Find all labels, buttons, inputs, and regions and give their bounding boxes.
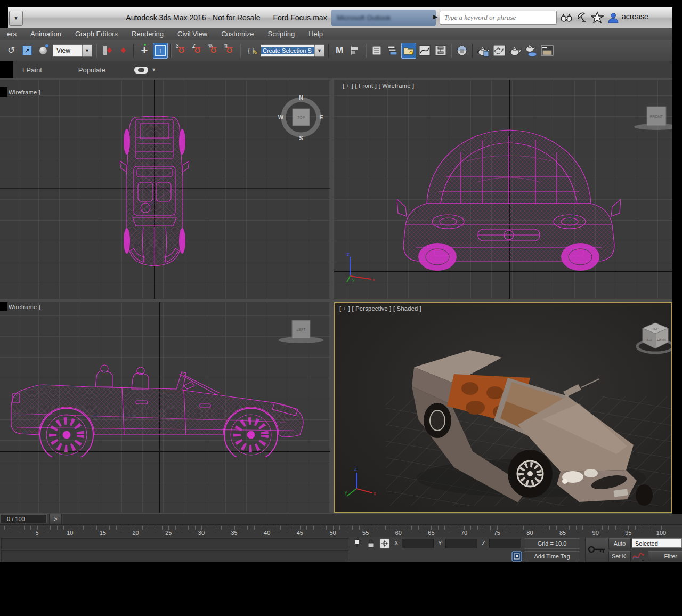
username-label[interactable]: acrease [622,12,648,21]
car-top-wireframe[interactable] [120,113,189,269]
reference-coordinate-dropdown[interactable]: View ▼ [53,44,92,57]
select-object-button[interactable]: ↑ [153,43,168,59]
snap-toggle-3d-button[interactable]: 3 Ω [174,43,189,59]
folder-icon [403,45,415,56]
select-and-manipulate-button[interactable] [100,43,115,59]
render-production-button[interactable] [508,43,523,59]
undo-scene-button[interactable]: ↺ [4,43,19,59]
rendered-frame-window-button[interactable] [492,43,507,59]
ribbon-tab-populate[interactable]: Populate [71,66,113,74]
viewport-front-label[interactable]: [ + ] [ Front ] [ Wireframe ] [343,83,414,89]
help-search-box[interactable] [440,11,557,25]
screen-clip-notch [0,302,7,311]
maxscript-mini-listener[interactable] [1,538,348,549]
main-toolbar: ↺ ↗ View ▼ + ↑ 3 Ω [0,40,672,61]
spinner-snap-toggle-button[interactable]: ⇅ Ω [222,43,237,59]
time-tag-window-icon[interactable] [512,551,522,562]
schematic-view-button[interactable] [433,43,448,59]
car-shaded-perspective[interactable] [403,345,670,510]
menu-item-graph-editors[interactable]: Graph Editors [68,28,125,39]
align-button[interactable] [348,43,363,59]
current-frame-display[interactable]: 0 / 100 [0,514,47,523]
viewport-top-label[interactable]: Wireframe ] [9,89,40,95]
layer-manager-button[interactable] [385,43,400,59]
title-bar: ▼ Autodesk 3ds Max 2016 - Not for Resale… [8,7,672,28]
pin-icon [45,44,48,47]
angle-snap-toggle-button[interactable]: ∠ Ω [190,43,205,59]
svg-text:FRONT: FRONT [650,115,663,118]
svg-text:TOP: TOP [652,327,659,330]
viewport-perspective[interactable]: TOP LEFT FRONT z x y [ + ] [ Perspective… [334,302,672,513]
add-time-tag-button[interactable]: Add Time Tag [525,551,579,562]
svg-text:TOP: TOP [297,116,305,119]
render-in-cloud-button[interactable] [524,43,539,59]
viewport-front[interactable]: FRONT z x y [ + ] [ Front ] [ Wireframe … [334,80,672,299]
magnet-icon: Ω [226,46,233,55]
search-input[interactable] [440,11,556,24]
named-selection-set-dropdown[interactable]: Create Selection S ▼ [261,44,324,57]
viewcube-front[interactable]: FRONT [632,100,672,132]
ribbon-tab-object-paint[interactable]: t Paint [15,66,50,74]
selection-lock-icon[interactable] [367,539,375,548]
viewport-left[interactable]: LEFT Wireframe ] [0,302,330,513]
favorites-star-icon[interactable] [591,11,604,24]
isolate-selection-icon[interactable] [353,539,361,548]
communication-center-icon[interactable] [576,11,589,24]
curve-editor-button[interactable] [417,43,432,59]
viewport-left-label[interactable]: Wireframe ] [9,304,40,310]
keyboard-shortcut-override-button[interactable] [116,43,131,59]
viewcube-left[interactable]: LEFT [277,313,325,345]
screen-clip-title-left [0,7,8,28]
z-coordinate-field[interactable] [489,539,521,548]
render-setup-button[interactable] [476,43,491,59]
selection-set-filter-dropdown[interactable]: Selected [632,538,682,548]
scene-explorer-button[interactable] [369,43,384,59]
menu-item-animation[interactable]: Animation [23,28,68,39]
time-slider-track[interactable] [63,514,682,524]
car-front-wireframe[interactable] [397,113,621,273]
unlink-selection-button[interactable] [36,43,51,59]
menu-item-help[interactable]: Help [302,28,330,39]
user-account-icon[interactable] [607,11,620,24]
menu-item-civil-view[interactable]: Civil View [170,28,214,39]
menu-item-scripting[interactable]: Scripting [261,28,302,39]
screen-clip-notch [0,61,13,78]
search-flyout-arrow-icon[interactable]: ▶ [433,13,437,20]
key-filters-button[interactable]: Filter [648,551,682,561]
viewport-perspective-label[interactable]: [ + ] [ Perspective ] [ Shaded ] [339,305,421,312]
percent-snap-toggle-button[interactable]: % Ω [206,43,221,59]
svg-text:y: y [352,277,355,282]
next-frame-button[interactable]: > [49,514,62,525]
edit-named-selection-sets-button[interactable]: { } ✎ [243,43,258,59]
document-name: Ford Focus.max [273,13,327,22]
menu-item-ers[interactable]: ers [0,28,23,39]
window-menu-button[interactable]: ▼ [9,11,23,26]
y-coordinate-field[interactable] [445,539,477,548]
viewcube-top[interactable]: TOP N E S W [277,93,325,141]
transform-gizmo-icon[interactable] [379,538,390,549]
menu-item-rendering[interactable]: Rendering [125,28,170,39]
axis-tripod: z x y [339,249,377,287]
material-editor-button[interactable] [454,43,469,59]
viewcube-perspective[interactable]: TOP LEFT FRONT [634,315,672,358]
select-and-move-button[interactable]: + [137,43,152,59]
auto-key-button[interactable]: Auto [608,538,631,549]
toolbar-separator [133,44,134,58]
timeline-ruler[interactable]: 5101520253035404550556065707580859095100 [0,524,682,538]
material-sphere-icon [456,45,468,56]
menu-item-customize[interactable]: Customize [214,28,261,39]
mirror-button[interactable]: M [332,43,347,59]
set-keys-button[interactable] [585,538,608,562]
key-filters-curve-icon[interactable] [632,552,645,561]
select-and-link-button[interactable]: ↗ [20,43,35,59]
x-coordinate-field[interactable] [402,539,434,548]
render-last-button[interactable] [540,43,555,59]
set-key-button[interactable]: Set K. [608,551,631,562]
search-binoculars-icon[interactable] [560,11,573,24]
viewport-top[interactable]: TOP N E S W Wireframe ] [0,80,330,299]
background-window-taskbar-peek: Microsoft Outlook [331,10,436,26]
ribbon-caret-icon[interactable]: ▼ [151,67,156,72]
ribbon-minimize-button[interactable] [134,67,148,74]
toggle-ribbon-button[interactable] [401,43,416,59]
car-side-wireframe[interactable] [8,356,304,457]
